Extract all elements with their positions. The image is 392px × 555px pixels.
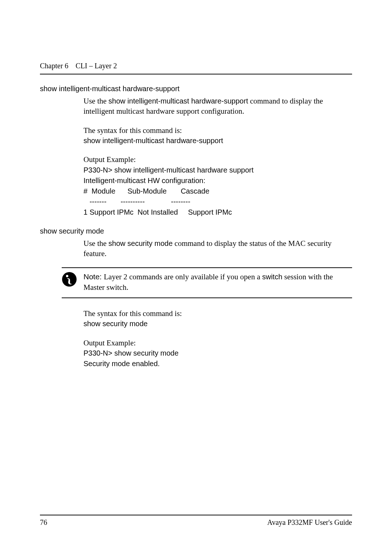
syntax-command: show intelligent-multicast hardware-supp… [83,137,223,145]
note-block: Note: Layer 2 commands are only availabl… [62,267,352,298]
note-text: Note: Layer 2 commands are only availabl… [83,272,352,292]
text-fragment: Use the [83,97,109,105]
section1-intro: Use the show intelligent-multicast hardw… [83,96,352,117]
svg-point-1 [66,275,68,277]
header-rule [40,74,352,74]
chapter-label: Chapter 6 [40,62,68,70]
section-heading-security-mode: show security mode [40,227,352,235]
syntax-label: The syntax for this command is: [83,309,182,318]
output-text: P330-N> show security mode Security mode… [83,348,352,369]
section2-syntax: The syntax for this command is: show sec… [83,308,352,329]
section1-output: Output Example: P330-N> show intelligent… [83,154,352,217]
inline-command: switch [262,273,282,281]
inline-command: show intelligent-multicast hardware-supp… [109,97,248,105]
output-label: Output Example: [83,338,352,348]
syntax-command: show security mode [83,320,148,328]
footer-rule [40,515,352,515]
section2-output: Output Example: P330-N> show security mo… [83,338,352,369]
syntax-label: The syntax for this command is: [83,126,182,135]
page-number: 76 [40,518,47,527]
chapter-title: CLI – Layer 2 [75,62,117,70]
info-icon [62,272,77,288]
text-fragment: Layer 2 commands are only available if y… [104,272,262,281]
section2-intro: Use the show security mode command to di… [83,238,352,259]
running-head: Chapter 6 CLI – Layer 2 [40,62,352,70]
output-label: Output Example: [83,154,352,165]
text-fragment: Use the [83,239,109,248]
doc-title: Avaya P332MF User's Guide [267,518,352,527]
inline-command: show security mode [109,239,173,247]
section-heading-hardware-support: show intelligent-multicast hardware-supp… [40,85,352,93]
page-footer: 76 Avaya P332MF User's Guide [40,515,352,527]
note-label: Note: [83,272,104,281]
output-text: P330-N> show intelligent-multicast hardw… [83,165,352,218]
section1-syntax: The syntax for this command is: show int… [83,125,352,146]
